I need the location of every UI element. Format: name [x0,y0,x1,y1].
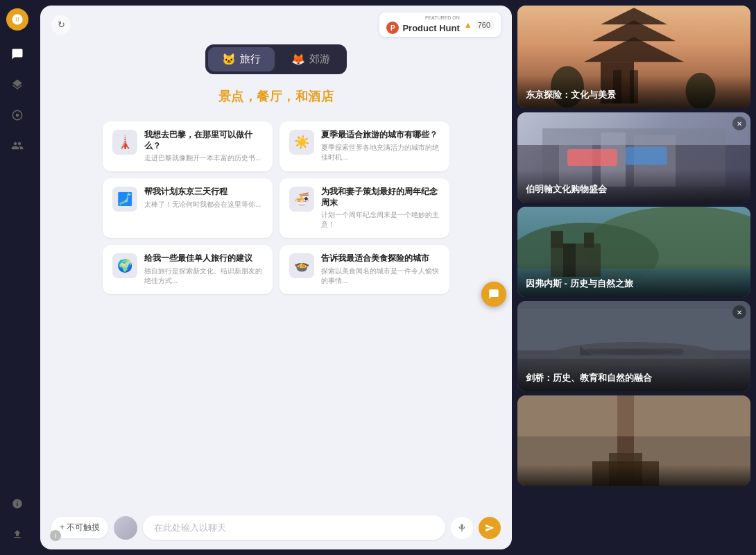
travel-tab-emoji: 🐱 [222,53,236,66]
bottom-info-icon[interactable]: i [50,530,61,541]
ph-name: Product Hunt [402,23,459,33]
card-paris-desc: 走进巴黎就像翻开一本丰富的历史书... [144,153,263,163]
dest-birmingham-label: 伯明翰文化购物盛会 [517,169,750,203]
ph-logo-icon: P [386,22,399,34]
svg-rect-19 [567,149,617,166]
sidebar-chat-icon[interactable] [5,42,30,67]
sidebar-layers-icon[interactable] [5,72,30,97]
tab-travel[interactable]: 🐱 旅行 [208,47,275,71]
refresh-button[interactable]: ↻ [51,15,71,35]
upload-icon [12,529,23,540]
svg-rect-20 [626,146,667,164]
card-anniversary-desc: 计划一个周年纪念周末是一个绝妙的主意！ [321,210,440,230]
sidebar-upload-icon[interactable] [5,522,30,547]
svg-point-2 [16,114,19,117]
card-tokyo-icon: 🗾 [112,187,137,212]
subtitle: 景点，餐厅，和酒店 [218,88,334,105]
sidebar-circle-icon[interactable] [5,103,30,128]
dest-cambridge-close[interactable]: ✕ [732,305,746,319]
svg-rect-26 [551,231,563,248]
sidebar-info-icon[interactable] [5,491,30,516]
dest-inverness-card[interactable]: 因弗内斯 - 历史与自然之旅 [517,207,750,297]
chat-input[interactable] [143,515,445,540]
dest-inverness-label: 因弗内斯 - 历史与自然之旅 [517,264,750,297]
svg-rect-18 [517,112,750,145]
floating-chat-icon [488,289,499,300]
card-solo-title: 给我一些最佳单人旅行的建议 [144,253,263,264]
dest-cambridge-label: 剑桥：历史、教育和自然的融合 [517,358,750,391]
card-anniversary[interactable]: 🍜 为我和妻子策划最好的周年纪念周末 计划一个周年纪念周末是一个绝妙的主意！ [280,178,449,238]
card-summer[interactable]: ☀️ 夏季最适合旅游的城市有哪些？ 夏季探索世界各地充满活力的城市的绝佳时机..… [280,121,449,171]
suburbs-tab-label: 郊游 [309,53,330,66]
dest-tokyo-card[interactable]: 东京探险：文化与美景 [517,6,750,108]
right-panel: 东京探险：文化与美景 伯明翰文化购物盛会 ✕ [517,0,756,555]
sidebar-users-icon[interactable] [5,133,30,158]
send-button[interactable] [479,517,501,539]
svg-rect-38 [517,309,750,359]
sidebar-logo[interactable] [6,8,28,31]
card-tokyo-desc: 太棒了！无论何时我都会在这里等你... [144,200,263,210]
card-food-icon: 🍲 [289,253,314,278]
avatar [114,516,137,540]
travel-tab-label: 旅行 [240,53,261,66]
top-bar: ↻ FEATURED ON P Product Hunt ▲ 760 [40,6,512,44]
card-summer-icon: ☀️ [289,130,314,155]
main-chat-area: ↻ FEATURED ON P Product Hunt ▲ 760 🐱 旅行 [40,6,512,549]
info-icon [12,498,23,509]
tab-switcher: 🐱 旅行 🦊 郊游 [205,44,347,74]
svg-rect-43 [517,395,750,436]
card-food[interactable]: 🍲 告诉我最适合美食探险的城市 探索以美食闻名的城市是一件令人愉快的事情... [280,245,449,294]
floating-chat-button[interactable] [481,282,506,307]
dest-cambridge-card[interactable]: 剑桥：历史、教育和自然的融合 ✕ [517,301,750,391]
card-paris-title: 我想去巴黎，在那里可以做什么？ [144,130,263,151]
card-solo-icon: 🌍 [112,253,137,278]
card-summer-title: 夏季最适合旅游的城市有哪些？ [321,130,440,141]
circle-icon [11,109,24,121]
card-food-desc: 探索以美食闻名的城市是一件令人愉快的事情... [321,266,440,286]
card-food-title: 告诉我最适合美食探险的城市 [321,253,440,264]
card-paris-icon: 🗼 [112,130,137,155]
card-solo[interactable]: 🌍 给我一些最佳单人旅行的建议 独自旅行是探索新文化、结识新朋友的绝佳方式... [103,245,273,294]
ph-count: 760 [474,20,494,30]
card-tokyo[interactable]: 🗾 帮我计划东京三天行程 太棒了！无论何时我都会在这里等你... [103,178,273,238]
card-summer-desc: 夏季探索世界各地充满活力的城市的绝佳时机... [321,143,440,162]
tab-suburbs[interactable]: 🦊 郊游 [277,47,344,71]
dest-last-label [517,465,750,486]
card-paris[interactable]: 🗼 我想去巴黎，在那里可以做什么？ 走进巴黎就像翻开一本丰富的历史书... [103,121,273,171]
chat-icon [11,48,24,60]
sidebar [0,0,35,555]
send-icon [485,523,495,533]
ph-featured-text: FEATURED ON [425,15,460,21]
card-tokyo-title: 帮我计划东京三天行程 [144,187,263,198]
product-hunt-badge[interactable]: FEATURED ON P Product Hunt ▲ 760 [379,12,501,37]
svg-rect-27 [584,232,594,248]
cards-grid: 🗼 我想去巴黎，在那里可以做什么？ 走进巴黎就像翻开一本丰富的历史书... ☀️… [103,121,449,294]
card-solo-desc: 独自旅行是探索新文化、结识新朋友的绝佳方式... [144,266,263,286]
sidebar-bottom [5,491,30,547]
card-anniversary-title: 为我和妻子策划最好的周年纪念周末 [321,187,440,208]
card-anniversary-icon: 🍜 [289,187,314,212]
suburbs-tab-emoji: 🦊 [291,53,305,66]
dest-birmingham-card[interactable]: 伯明翰文化购物盛会 ✕ [517,112,750,203]
layers-icon [11,78,24,91]
dest-last-card[interactable] [517,395,750,486]
users-icon [11,139,24,152]
logo-icon [11,13,24,26]
microphone-icon [457,523,467,533]
chat-content: 🐱 旅行 🦊 郊游 景点，餐厅，和酒店 🗼 我想去巴黎，在那里可以做什么？ 走进… [40,6,512,509]
dest-tokyo-label: 东京探险：文化与美景 [517,75,750,108]
dest-birmingham-close[interactable]: ✕ [732,117,746,130]
input-area: + 不可触摸 [40,509,512,549]
voice-button[interactable] [451,517,473,539]
